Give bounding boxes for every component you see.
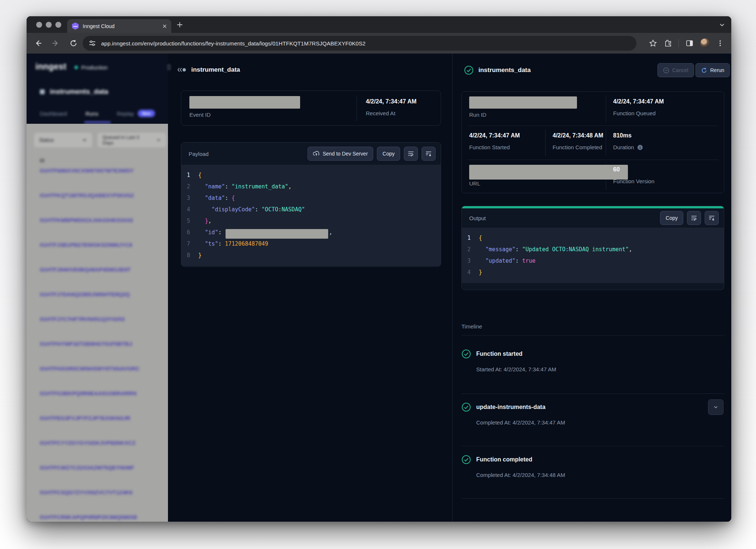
step-check-icon	[461, 402, 471, 412]
function-title-row: instruments_data	[40, 88, 108, 96]
output-copy-button[interactable]: Copy	[660, 211, 683, 225]
site-settings-icon[interactable]	[89, 40, 96, 47]
event-meta-card: Event ID 4/2/24, 7:34:47 AM Received At	[181, 91, 441, 126]
output-code[interactable]: 1{2 "message": "Updated OCTO:NASDAQ inst…	[462, 228, 724, 283]
started-label: Function Started	[469, 144, 510, 150]
event-id-redacted	[189, 96, 300, 109]
run-id-link[interactable]: 01HTFHYWF32TSB9HGT01F5BTBJ	[40, 341, 132, 347]
rerun-refresh-icon	[701, 67, 707, 74]
expand-lines-icon	[425, 151, 432, 157]
window-close-button[interactable]	[36, 22, 42, 28]
event-id-label: Event ID	[189, 112, 211, 118]
date-range-filter[interactable]: Queued in Last 3 Days	[97, 133, 166, 147]
new-badge: New	[138, 110, 155, 117]
run-id-link[interactable]: 01HTFJ3B1PB27EWGK5Z0M6JYC8	[40, 242, 132, 248]
cloud-upload-icon	[313, 151, 320, 157]
forward-button[interactable]	[49, 37, 62, 50]
expand-lines-button[interactable]	[422, 147, 436, 161]
cancel-minus-icon	[663, 67, 669, 74]
runs-list-panel: Status Queued in Last 3 Days ID 01HTFN86…	[27, 124, 168, 522]
window-minimize-button[interactable]	[46, 22, 52, 28]
panel-divider	[452, 54, 453, 522]
payload-section: Payload Send to Dev Server Copy 1{2 "nam…	[181, 142, 441, 267]
code-line: 1{	[462, 232, 724, 244]
tab-search-chevron-icon[interactable]	[718, 21, 726, 29]
info-icon[interactable]	[637, 144, 643, 150]
timeline-entry[interactable]: Function completed	[461, 455, 532, 464]
side-panel-icon[interactable]	[685, 39, 694, 47]
run-id-link[interactable]: 01HTFJ94HVE0BQ48AP4DM13E9T	[40, 266, 131, 273]
run-id-link[interactable]: 01HTFJ7DA6Q23B5JWNHTE9Q2Q	[40, 291, 130, 297]
event-icon	[177, 67, 187, 73]
status-filter[interactable]: Status	[34, 133, 92, 147]
payload-code[interactable]: 1{2 "name": "instrument_data",3 "data": …	[181, 165, 441, 266]
url-bar[interactable]: app.inngest.com/env/production/functions…	[83, 36, 636, 51]
run-id-link[interactable]: 01HTFCSQG7ZYVXNZVC7VT1Z4K6	[40, 489, 133, 495]
id-column-header: ID	[40, 158, 45, 163]
environment-selector[interactable]: Production	[75, 64, 172, 71]
code-line: 1{	[181, 170, 441, 181]
output-expand-lines-button[interactable]	[705, 211, 719, 225]
timeline-entry[interactable]: Function started	[461, 349, 522, 359]
run-id-link[interactable]: 01HTFHXGR0CWNHSWY8TSNAVGRC	[40, 365, 140, 372]
tab-dashboard[interactable]: Dashboard	[40, 110, 67, 117]
profile-avatar[interactable]	[700, 38, 710, 48]
run-id-link[interactable]: 01HTFJ7C7HF7RVN051Q3Y0253	[40, 316, 125, 322]
function-icon	[40, 89, 45, 94]
timeline-title: Timeline	[461, 323, 482, 330]
code-line: 4}	[462, 267, 724, 278]
bookmark-star-icon[interactable]	[649, 39, 657, 47]
active-tab-underline	[84, 122, 111, 123]
app-content: inngest Production instruments_data Dash…	[27, 54, 731, 522]
run-id-link[interactable]: 01HTFEG3FVJP7FZJP7EA5KN3JR	[40, 415, 130, 421]
word-wrap-icon	[408, 151, 414, 157]
expand-step-button[interactable]	[708, 399, 724, 415]
step-check-icon	[461, 455, 471, 464]
tab-replay[interactable]: Replay New	[117, 110, 155, 117]
window-zoom-button[interactable]	[55, 22, 61, 28]
run-id-link[interactable]: 01HTFG3BKPQ5R9EAA91GBRARRN	[40, 390, 137, 396]
run-id-link[interactable]: 01HTFKQT1M7RSJQABEXYF0K0S2	[40, 192, 134, 198]
browser-menu-icon[interactable]	[717, 40, 724, 47]
run-id-link[interactable]: 01HTFCYYZGYGYGDKJVP82NKXCZ	[40, 440, 135, 446]
code-line: 4 "displayCode": "OCTO:NASDAQ"	[181, 204, 441, 215]
new-tab-button[interactable]	[176, 21, 184, 29]
toolbar-divider	[678, 39, 679, 47]
queued-label: Function Queued	[613, 110, 656, 116]
rerun-button[interactable]: Rerun	[695, 63, 730, 77]
extensions-icon[interactable]	[664, 39, 672, 47]
run-details-card: Run ID 4/2/24, 7:34:47 AM Function Queue…	[461, 91, 724, 193]
payload-title: Payload	[189, 151, 304, 157]
inngest-logo: inngest	[35, 62, 66, 72]
code-line: 2 "message": "Updated OCTO:NASDAQ instru…	[462, 244, 724, 255]
run-id-link[interactable]: 01HTFCR9KAPQP0R8PZK3MQNMXB	[40, 514, 137, 520]
timeline-entry-sub: Completed At: 4/2/2024, 7:34:47 AM	[476, 419, 565, 426]
url-redacted	[469, 165, 628, 180]
run-id-redacted	[469, 96, 577, 109]
chevron-down-icon	[156, 137, 161, 143]
send-to-dev-server-button[interactable]: Send to Dev Server	[307, 147, 373, 161]
received-at-value: 4/2/24, 7:34:47 AM	[366, 98, 416, 105]
word-wrap-button[interactable]	[404, 147, 418, 161]
url-label: URL	[469, 180, 480, 187]
cancel-button[interactable]: Cancel	[657, 63, 694, 77]
duration-label: Duration	[613, 144, 643, 150]
browser-tab[interactable]: Inngest Cloud	[67, 19, 171, 33]
chevron-down-icon	[82, 137, 87, 143]
output-word-wrap-button[interactable]	[687, 211, 701, 225]
tab-close-icon[interactable]	[162, 24, 167, 28]
word-wrap-icon	[691, 215, 697, 221]
payload-copy-button[interactable]: Copy	[377, 147, 400, 161]
success-check-icon	[464, 65, 474, 75]
run-id-link[interactable]: 01HTFKMBPMD0ZAJ4AG04K03A02	[40, 217, 133, 223]
timeline-entry[interactable]: update-instruments-data	[461, 402, 546, 412]
browser-window: Inngest Cloud app.inngest.com/env/produc…	[27, 16, 731, 522]
event-title: instrument_data	[191, 66, 240, 74]
back-button[interactable]	[32, 37, 44, 50]
reload-button[interactable]	[67, 37, 80, 50]
code-line: 7 "ts": 1712068487049	[181, 238, 441, 250]
tab-runs[interactable]: Runs	[85, 110, 98, 117]
run-id-link[interactable]: 01HTFCWZ7CZ2X3AZM75QEYNH8F	[40, 464, 134, 471]
run-id-link[interactable]: 01HTFN86XV6CXW87657W7E3WDY	[40, 167, 134, 174]
duration-value: 810ms	[613, 132, 632, 139]
